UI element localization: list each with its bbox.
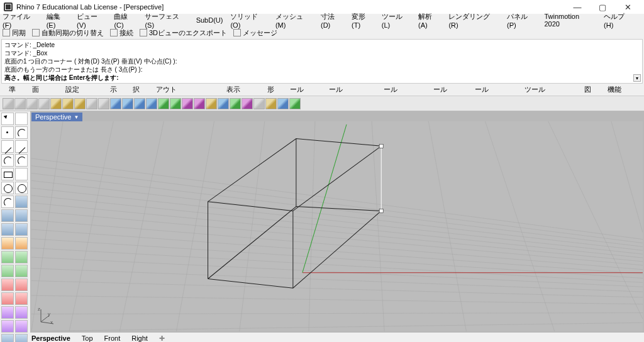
subd-icon[interactable] bbox=[15, 237, 28, 250]
menu-transform[interactable]: 変形(T) bbox=[352, 12, 374, 29]
properties-icon[interactable] bbox=[194, 98, 205, 109]
menu-twinmotion[interactable]: Twinmotion 2020 bbox=[544, 13, 596, 28]
options-icon[interactable] bbox=[206, 98, 217, 109]
svg-line-0 bbox=[31, 220, 643, 270]
menu-mesh[interactable]: メッシュ(M) bbox=[275, 12, 313, 29]
circle-icon[interactable] bbox=[1, 182, 14, 194]
menu-analyze[interactable]: 解析(A) bbox=[418, 12, 441, 29]
interp-curve-icon[interactable] bbox=[15, 154, 28, 167]
mirror-icon[interactable] bbox=[1, 334, 14, 342]
message-button[interactable]: メッセージ bbox=[233, 28, 277, 38]
vp-tab-front[interactable]: Front bbox=[104, 334, 121, 342]
zoom-icon[interactable] bbox=[134, 98, 145, 109]
extrude-icon[interactable] bbox=[1, 251, 14, 263]
sphere-icon[interactable] bbox=[15, 209, 28, 222]
viewport[interactable]: Perspective ▼ bbox=[30, 111, 644, 333]
pointcloud-icon[interactable] bbox=[15, 126, 28, 139]
print-icon[interactable] bbox=[38, 98, 50, 109]
loft-icon[interactable] bbox=[15, 251, 28, 263]
vp-tab-top[interactable]: Top bbox=[82, 334, 93, 342]
rotate-icon[interactable] bbox=[1, 320, 14, 333]
arc-icon[interactable] bbox=[1, 196, 14, 208]
tool-icon[interactable] bbox=[289, 98, 301, 109]
menu-dimension[interactable]: 寸法(D) bbox=[321, 12, 344, 29]
array-icon[interactable] bbox=[15, 334, 28, 342]
menu-surface[interactable]: サーフェス(S) bbox=[145, 12, 188, 29]
surface-icon[interactable] bbox=[15, 196, 28, 208]
select-icon[interactable] bbox=[1, 113, 14, 125]
paste-icon[interactable] bbox=[74, 98, 86, 109]
save-icon[interactable] bbox=[26, 98, 38, 109]
menu-tools[interactable]: ツール(L) bbox=[382, 12, 411, 29]
viewport-tabs: Perspective Top Front Right ✚ bbox=[0, 333, 644, 342]
scale-icon[interactable] bbox=[15, 320, 28, 333]
layers-icon[interactable] bbox=[182, 98, 193, 109]
tool-icon[interactable] bbox=[265, 98, 277, 109]
lasso-icon[interactable] bbox=[15, 113, 28, 125]
new-icon[interactable] bbox=[3, 98, 14, 109]
redo-icon[interactable] bbox=[98, 98, 109, 109]
tool-icon[interactable] bbox=[277, 98, 289, 109]
explode-icon[interactable] bbox=[15, 292, 28, 305]
split-icon[interactable] bbox=[15, 279, 28, 291]
polygon-icon[interactable] bbox=[15, 168, 28, 180]
open-icon[interactable] bbox=[14, 98, 26, 109]
viewport-label[interactable]: Perspective ▼ bbox=[31, 113, 82, 121]
point-icon[interactable] bbox=[1, 126, 14, 139]
menu-edit[interactable]: 編集(E) bbox=[47, 12, 69, 29]
revolve-icon[interactable] bbox=[1, 265, 14, 277]
menu-file[interactable]: ファイル(F) bbox=[3, 12, 39, 29]
auto-sync-button[interactable]: 自動同期の切り替え bbox=[32, 28, 104, 38]
vp-tab-add[interactable]: ✚ bbox=[159, 334, 165, 343]
curve-icon[interactable] bbox=[1, 154, 14, 167]
shade-icon[interactable] bbox=[158, 98, 169, 109]
copy-obj-icon[interactable] bbox=[15, 306, 28, 319]
cmd-history-dropdown[interactable]: ▾ bbox=[633, 74, 641, 82]
tool-icon[interactable] bbox=[253, 98, 265, 109]
cut-icon[interactable] bbox=[50, 98, 62, 109]
menu-view[interactable]: ビュー(V) bbox=[77, 12, 106, 29]
trim-icon[interactable] bbox=[1, 279, 14, 291]
export-3d-button[interactable]: 3Dビューのエクスポート bbox=[140, 28, 227, 38]
svg-rect-36 bbox=[379, 144, 383, 148]
box-icon[interactable] bbox=[1, 209, 14, 222]
minimize-button[interactable]: — bbox=[565, 0, 590, 14]
menu-subd[interactable]: SubD(U) bbox=[196, 16, 223, 24]
render-icon[interactable] bbox=[170, 98, 181, 109]
cylinder-icon[interactable] bbox=[1, 223, 14, 236]
standard-toolbar bbox=[0, 96, 644, 111]
undo-icon[interactable] bbox=[86, 98, 97, 109]
join-icon[interactable] bbox=[1, 292, 14, 305]
cmd-prompt[interactable]: 高さ。幅と同じ場合は Enterを押します: bbox=[4, 74, 640, 82]
menu-render[interactable]: レンダリング(R) bbox=[448, 12, 499, 29]
vp-tab-right[interactable]: Right bbox=[131, 334, 148, 342]
vp-tab-perspective[interactable]: Perspective bbox=[31, 334, 70, 342]
copy-icon[interactable] bbox=[62, 98, 74, 109]
move-icon[interactable] bbox=[1, 306, 14, 319]
menu-panels[interactable]: パネル(P) bbox=[507, 12, 536, 29]
zoom-extents-icon[interactable] bbox=[146, 98, 157, 109]
line-icon[interactable] bbox=[1, 140, 14, 153]
mesh-icon[interactable] bbox=[1, 237, 14, 250]
sync-button[interactable]: 同期 bbox=[3, 28, 26, 38]
help-icon[interactable] bbox=[218, 98, 229, 109]
menu-help[interactable]: ヘルプ(H) bbox=[604, 12, 634, 29]
connect-button[interactable]: 接続 bbox=[110, 28, 133, 38]
menu-solid[interactable]: ソリッド(O) bbox=[230, 12, 267, 29]
tool-icon[interactable] bbox=[242, 98, 253, 109]
menu-curve[interactable]: 曲線(C) bbox=[114, 12, 137, 29]
cmd-line: 底面のもう一方のコーナーまたは 長さ ( 3点(P) ): bbox=[4, 65, 640, 74]
tool-icon[interactable] bbox=[230, 98, 241, 109]
rotate-view-icon[interactable] bbox=[122, 98, 133, 109]
pan-icon[interactable] bbox=[110, 98, 121, 109]
svg-line-20 bbox=[119, 121, 164, 331]
svg-line-13 bbox=[31, 188, 643, 254]
polyline-icon[interactable] bbox=[15, 140, 28, 153]
viewport-menu-icon[interactable]: ▼ bbox=[74, 114, 79, 120]
rectangle-icon[interactable] bbox=[1, 168, 14, 180]
sweep-icon[interactable] bbox=[15, 265, 28, 277]
viewport-canvas[interactable]: zyx bbox=[31, 121, 643, 331]
ellipse-icon[interactable] bbox=[15, 182, 28, 194]
cone-icon[interactable] bbox=[15, 223, 28, 236]
ribbon-tabs: 標準 作業平面 ビューの設定 表示 選択 ビューポートレイアウト 表示/非表示 … bbox=[0, 84, 644, 96]
